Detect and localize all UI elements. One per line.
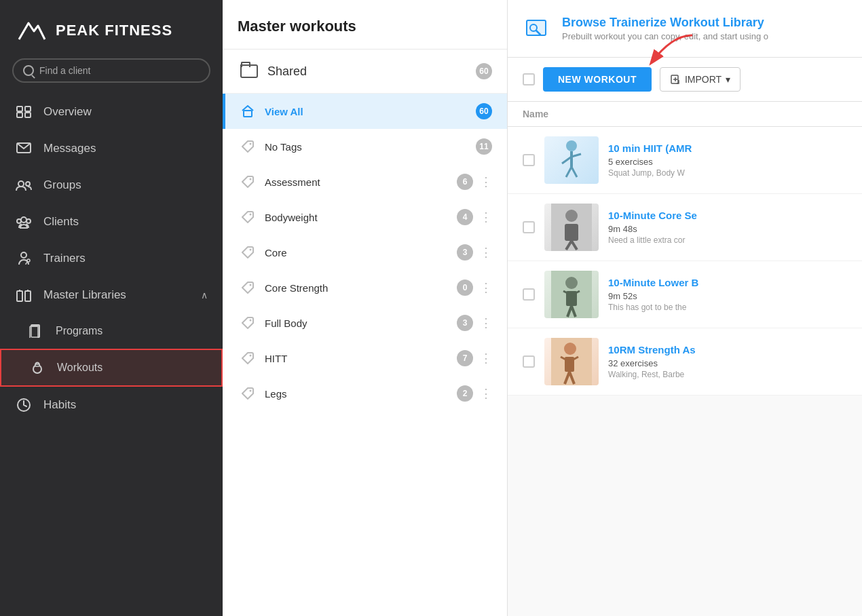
workout-item-4: 10RM Strength As 32 exercises Walking, R… (508, 328, 862, 396)
middle-panel-title: Master workouts (223, 0, 507, 50)
workout-checkbox-2[interactable] (523, 221, 535, 233)
workout-exercises-4: 32 exercises (608, 358, 847, 368)
sidebar-item-habits[interactable]: Habits (0, 387, 223, 423)
sidebar-item-workouts[interactable]: Workouts (0, 349, 223, 387)
shared-count: 60 (476, 63, 492, 79)
bodyweight-menu[interactable]: ⋮ (480, 210, 492, 225)
workout-thumb-4 (544, 338, 599, 385)
import-label: IMPORT (685, 74, 722, 85)
workout-exercises-1: 5 exercises (608, 157, 847, 167)
svg-line-36 (562, 157, 571, 163)
view-all-label: View All (265, 106, 476, 117)
hitt-menu[interactable]: ⋮ (480, 351, 492, 366)
library-description: Prebuilt workout you can copy, edit, and… (562, 31, 768, 41)
hitt-label: HITT (265, 353, 457, 364)
core-menu[interactable]: ⋮ (480, 245, 492, 260)
assessment-label: Assessment (265, 176, 457, 188)
import-chevron: ▾ (726, 74, 730, 85)
habits-icon (15, 396, 33, 414)
full-body-label: Full Body (265, 317, 457, 329)
workout-item-2: 10-Minute Core Se 9m 48s Need a little e… (508, 194, 862, 261)
svg-point-41 (565, 210, 578, 222)
sidebar-item-clients[interactable]: Clients (0, 204, 223, 240)
svg-point-53 (564, 343, 576, 355)
library-text: Browse Trainerize Workout Library Prebui… (562, 16, 768, 41)
no-tags-icon (240, 139, 255, 154)
legs-tag-icon (240, 386, 255, 401)
middle-panel: Master workouts Shared 60 View All 60 No… (223, 0, 508, 616)
workout-title-3[interactable]: 10-Minute Lower B (608, 277, 847, 288)
workout-title-1[interactable]: 10 min HIIT (AMR (608, 142, 847, 154)
full-body-menu[interactable]: ⋮ (480, 315, 492, 330)
svg-point-21 (250, 143, 252, 145)
filter-core[interactable]: Core 3 ⋮ (223, 235, 507, 270)
filter-hitt[interactable]: HITT 7 ⋮ (223, 341, 507, 376)
workout-title-4[interactable]: 10RM Strength As (608, 344, 847, 355)
sidebar-item-overview[interactable]: Overview (0, 94, 223, 130)
svg-rect-18 (35, 364, 39, 366)
master-libraries-icon (15, 286, 33, 304)
filter-core-strength[interactable]: Core Strength 0 ⋮ (223, 270, 507, 305)
sidebar-item-groups[interactable]: Groups (0, 167, 223, 204)
clients-icon (15, 213, 33, 231)
sidebar-master-libraries[interactable]: Master Libraries ∧ (0, 277, 223, 313)
workout-checkbox-4[interactable] (523, 355, 535, 368)
filter-shared[interactable]: Shared 60 (223, 50, 507, 94)
select-all-checkbox[interactable] (523, 73, 535, 85)
legs-count: 2 (457, 385, 473, 402)
svg-line-37 (571, 154, 581, 157)
workout-desc-1: Squat Jump, Body W (608, 168, 847, 178)
hitt-count: 7 (457, 350, 473, 366)
trainers-label: Trainers (43, 252, 86, 265)
core-strength-menu[interactable]: ⋮ (480, 280, 492, 295)
shared-label: Shared (267, 64, 476, 79)
workout-checkbox-1[interactable] (523, 154, 535, 166)
filter-assessment[interactable]: Assessment 6 ⋮ (223, 164, 507, 199)
svg-rect-3 (25, 113, 31, 117)
habits-label: Habits (43, 398, 76, 412)
workout-title-2[interactable]: 10-Minute Core Se (608, 210, 847, 221)
sidebar-item-messages[interactable]: Messages (0, 130, 223, 167)
trainers-icon (15, 250, 33, 267)
library-icon (523, 14, 552, 43)
bodyweight-label: Bodyweight (265, 212, 457, 223)
no-tags-label: No Tags (265, 141, 476, 153)
workout-thumb-image-2 (551, 204, 592, 251)
svg-point-26 (250, 320, 252, 322)
find-client-search[interactable]: Find a client (12, 58, 210, 83)
import-button[interactable]: IMPORT ▾ (660, 67, 741, 92)
svg-line-39 (571, 167, 577, 177)
clients-label: Clients (43, 215, 79, 229)
svg-point-10 (21, 252, 26, 258)
svg-point-46 (565, 277, 578, 289)
overview-label: Overview (43, 105, 92, 119)
assessment-tag-icon (240, 174, 255, 189)
legs-menu[interactable]: ⋮ (480, 386, 492, 401)
filter-legs[interactable]: Legs 2 ⋮ (223, 376, 507, 411)
workout-checkbox-3[interactable] (523, 288, 535, 301)
col-header-name: Name (508, 102, 862, 127)
no-tags-count: 11 (476, 138, 492, 155)
filter-view-all[interactable]: View All 60 (223, 94, 507, 129)
right-panel: Browse Trainerize Workout Library Prebui… (508, 0, 862, 616)
workout-thumb-image-1 (551, 136, 592, 184)
workout-desc-2: Need a little extra cor (608, 235, 847, 245)
svg-rect-13 (25, 291, 31, 301)
view-all-count: 60 (476, 103, 492, 119)
workouts-icon (29, 359, 46, 377)
new-workout-button[interactable]: NEW WORKOUT (543, 67, 652, 92)
home-icon (240, 104, 255, 119)
filter-no-tags[interactable]: No Tags 11 (223, 129, 507, 164)
legs-label: Legs (265, 388, 457, 400)
app-title: PEAK FITNESS (56, 22, 172, 39)
overview-icon (15, 103, 33, 121)
filter-bodyweight[interactable]: Bodyweight 4 ⋮ (223, 199, 507, 235)
messages-label: Messages (43, 142, 96, 155)
sidebar-item-programs[interactable]: Programs (0, 313, 223, 349)
sidebar-item-trainers[interactable]: Trainers (0, 240, 223, 277)
assessment-menu[interactable]: ⋮ (480, 174, 492, 189)
filter-full-body[interactable]: Full Body 3 ⋮ (223, 305, 507, 341)
programs-label: Programs (56, 325, 102, 337)
bodyweight-tag-icon (240, 210, 255, 225)
svg-point-6 (26, 182, 30, 186)
